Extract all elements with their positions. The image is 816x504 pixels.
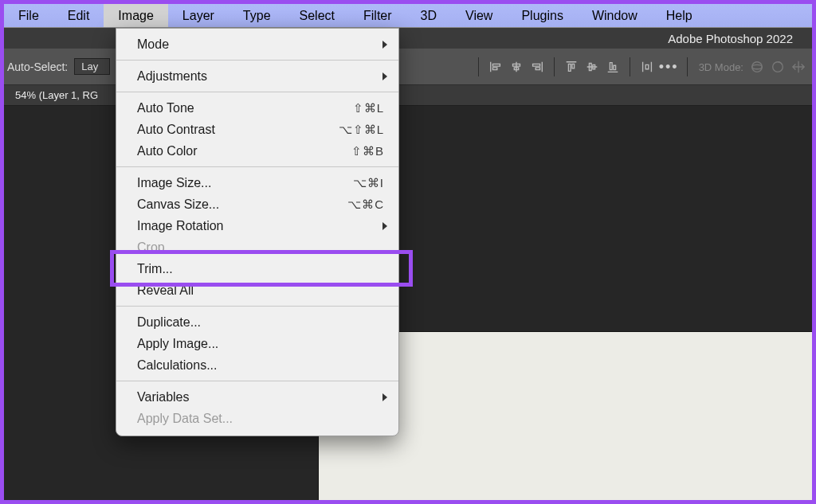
menuitem-label: Trim... (137, 262, 173, 276)
menuitem-label: Mode (137, 37, 169, 52)
menuitem-label: Crop (137, 240, 165, 255)
separator (687, 57, 688, 76)
menuitem-shortcut: ⌥⇧⌘L (339, 123, 384, 137)
menuitem-canvas-size[interactable]: Canvas Size...⌥⌘C (116, 193, 398, 215)
mode-3d-label: 3D Mode: (699, 61, 743, 73)
menuitem-label: Adjustments (137, 69, 207, 84)
menuitem-trim[interactable]: Trim... (116, 258, 398, 279)
menuitem-duplicate[interactable]: Duplicate... (116, 311, 398, 333)
menu-view[interactable]: View (451, 4, 507, 27)
document-tab[interactable]: 54% (Layer 1, RG (7, 86, 106, 104)
menuitem-apply-data-set: Apply Data Set... (116, 408, 398, 429)
roll-3d-icon[interactable] (769, 58, 787, 76)
menuitem-reveal-all[interactable]: Reveal All (116, 279, 398, 301)
menuitem-label: Auto Color (137, 144, 198, 158)
menuitem-label: Duplicate... (137, 315, 201, 330)
menuitem-image-rotation[interactable]: Image Rotation (116, 215, 398, 236)
menu-plugins[interactable]: Plugins (507, 4, 577, 27)
menuitem-shortcut: ⇧⌘L (353, 101, 384, 115)
distribute-icon[interactable] (638, 58, 656, 76)
menu-type[interactable]: Type (229, 4, 285, 27)
menuitem-label: Apply Image... (137, 337, 218, 351)
menuitem-shortcut: ⇧⌘B (351, 144, 384, 158)
menuitem-apply-image[interactable]: Apply Image... (116, 333, 398, 354)
menu-help[interactable]: Help (652, 4, 707, 27)
menuitem-label: Calculations... (137, 358, 218, 373)
menuitem-shortcut: ⌥⌘I (353, 176, 384, 190)
menuitem-auto-tone[interactable]: Auto Tone⇧⌘L (116, 97, 398, 119)
app-title: Adobe Photoshop 2022 (668, 32, 793, 45)
menu-filter[interactable]: Filter (349, 4, 406, 27)
align-left-icon[interactable] (487, 58, 504, 76)
app-window: FileEditImageLayerTypeSelectFilter3DView… (0, 0, 816, 504)
align-center-h-icon[interactable] (508, 58, 525, 76)
align-right-icon[interactable] (528, 58, 546, 76)
orbit-3d-icon[interactable] (748, 58, 766, 76)
menuitem-auto-contrast[interactable]: Auto Contrast⌥⇧⌘L (116, 119, 398, 140)
align-top-icon[interactable] (563, 58, 580, 76)
menuitem-adjustments[interactable]: Adjustments (116, 65, 398, 87)
menuitem-crop: Crop (116, 236, 398, 258)
menu-separator (116, 166, 398, 167)
menu-separator (116, 92, 398, 92)
more-options-button[interactable]: ••• (659, 59, 679, 76)
menu-separator (116, 381, 398, 381)
align-bottom-icon[interactable] (604, 58, 622, 76)
auto-select-label: Auto-Select: (7, 61, 68, 73)
menu-select[interactable]: Select (285, 4, 349, 27)
svg-point-1 (752, 64, 763, 68)
menuitem-calculations[interactable]: Calculations... (116, 354, 398, 376)
menuitem-auto-color[interactable]: Auto Color⇧⌘B (116, 140, 398, 162)
image-menu-dropdown: ModeAdjustmentsAuto Tone⇧⌘LAuto Contrast… (116, 28, 399, 436)
menuitem-variables[interactable]: Variables (116, 386, 398, 408)
menuitem-label: Reveal All (137, 283, 194, 298)
align-center-v-icon[interactable] (583, 58, 601, 76)
pan-3d-icon[interactable] (790, 58, 807, 76)
menu-edit[interactable]: Edit (53, 4, 104, 27)
menu-layer[interactable]: Layer (168, 4, 229, 27)
menuitem-label: Image Rotation (137, 219, 224, 233)
separator (478, 57, 479, 76)
menu-separator (116, 306, 398, 307)
separator (554, 57, 555, 76)
menu-image[interactable]: Image (104, 4, 167, 27)
menuitem-label: Auto Contrast (137, 123, 215, 137)
menuitem-shortcut: ⌥⌘C (347, 197, 384, 212)
menu-file[interactable]: File (4, 4, 53, 27)
menu-3d[interactable]: 3D (406, 4, 451, 27)
menuitem-label: Image Size... (137, 176, 211, 190)
layer-select-dropdown[interactable]: Lay (74, 58, 110, 75)
menuitem-label: Apply Data Set... (137, 412, 233, 426)
menuitem-label: Canvas Size... (137, 197, 219, 212)
menuitem-label: Variables (137, 390, 190, 404)
menu-window[interactable]: Window (578, 4, 652, 27)
menu-separator (116, 60, 398, 61)
menuitem-mode[interactable]: Mode (116, 33, 398, 55)
menubar: FileEditImageLayerTypeSelectFilter3DView… (4, 4, 812, 28)
menuitem-image-size[interactable]: Image Size...⌥⌘I (116, 172, 398, 193)
menuitem-label: Auto Tone (137, 101, 194, 115)
separator (630, 57, 630, 76)
svg-point-0 (752, 62, 763, 72)
